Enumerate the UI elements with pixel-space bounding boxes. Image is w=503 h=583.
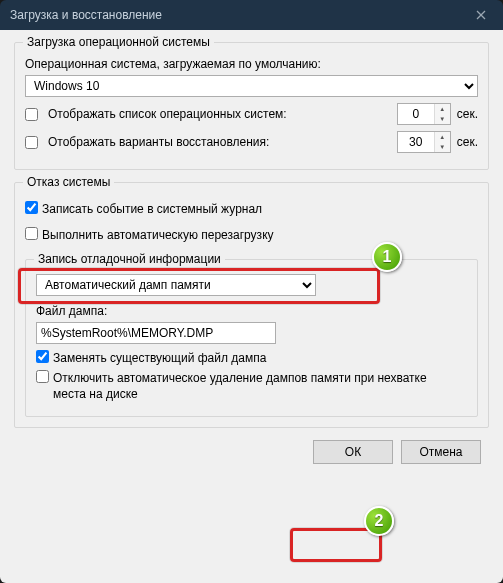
- overwrite-dump-label: Заменять существующий файл дампа: [53, 350, 266, 366]
- titlebar: Загрузка и восстановление: [0, 0, 503, 30]
- show-os-list-checkbox[interactable]: [25, 108, 38, 121]
- close-button[interactable]: [458, 0, 503, 30]
- overwrite-dump-checkbox[interactable]: [36, 350, 49, 363]
- os-list-seconds-input[interactable]: [398, 104, 434, 124]
- write-event-checkbox[interactable]: [25, 201, 38, 214]
- disable-auto-delete-checkbox[interactable]: [36, 370, 49, 383]
- debug-info-group: Запись отладочной информации Автоматичес…: [25, 259, 478, 417]
- recovery-seconds-input[interactable]: [398, 132, 434, 152]
- default-os-label: Операционная система, загружаемая по умо…: [25, 57, 478, 71]
- close-icon: [476, 10, 486, 20]
- default-os-select[interactable]: Windows 10: [25, 75, 478, 97]
- button-row: ОК Отмена: [14, 440, 489, 464]
- show-os-list-label: Отображать список операционных систем:: [48, 107, 287, 121]
- disable-auto-delete-label: Отключить автоматическое удаление дампов…: [53, 370, 433, 402]
- annotation-marker-2: 2: [364, 506, 394, 536]
- seconds-unit-1: сек.: [457, 107, 478, 121]
- failure-group-title: Отказ системы: [23, 175, 114, 189]
- dump-file-label: Файл дампа:: [36, 304, 467, 318]
- startup-group: Загрузка операционной системы Операционн…: [14, 42, 489, 170]
- spinner-up-icon[interactable]: ▲: [435, 104, 450, 114]
- ok-button[interactable]: ОК: [313, 440, 393, 464]
- show-recovery-label: Отображать варианты восстановления:: [48, 135, 269, 149]
- debug-info-group-title: Запись отладочной информации: [34, 252, 225, 266]
- spinner-down-icon[interactable]: ▼: [435, 114, 450, 124]
- show-recovery-checkbox[interactable]: [25, 136, 38, 149]
- failure-group: Отказ системы Записать событие в системн…: [14, 182, 489, 428]
- startup-group-title: Загрузка операционной системы: [23, 35, 214, 49]
- dump-file-input[interactable]: [36, 322, 276, 344]
- cancel-button[interactable]: Отмена: [401, 440, 481, 464]
- window-title: Загрузка и восстановление: [10, 8, 162, 22]
- spinner-down-icon[interactable]: ▼: [435, 142, 450, 152]
- seconds-unit-2: сек.: [457, 135, 478, 149]
- spinner-up-icon[interactable]: ▲: [435, 132, 450, 142]
- recovery-seconds-spinner[interactable]: ▲ ▼: [397, 131, 451, 153]
- os-list-seconds-spinner[interactable]: ▲ ▼: [397, 103, 451, 125]
- write-event-label: Записать событие в системный журнал: [42, 201, 262, 217]
- annotation-highlight-2: [290, 528, 382, 562]
- auto-restart-label: Выполнить автоматическую перезагрузку: [42, 227, 274, 243]
- dump-type-select[interactable]: Автоматический дамп памяти: [36, 274, 316, 296]
- dialog-content: Загрузка операционной системы Операционн…: [0, 30, 503, 583]
- auto-restart-checkbox[interactable]: [25, 227, 38, 240]
